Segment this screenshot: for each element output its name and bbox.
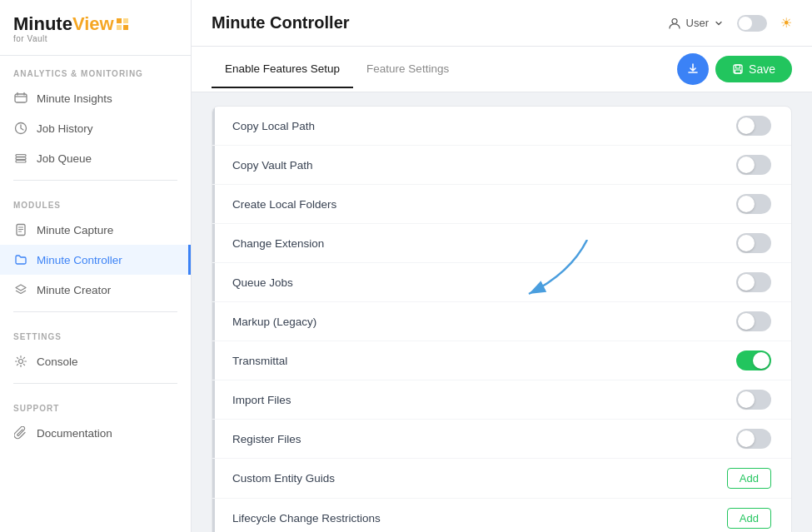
row-border (212, 420, 215, 458)
svg-rect-0 (15, 94, 27, 102)
toggle-change-extension[interactable] (736, 233, 771, 253)
feature-label: Markup (Legacy) (232, 316, 736, 328)
clock-icon (13, 91, 28, 106)
sidebar-item-job-history[interactable]: Job History (0, 113, 191, 143)
sidebar-item-job-queue[interactable]: Job Queue (0, 143, 191, 173)
feature-row-custom-entity-guids: Custom Entity Guids Add (212, 459, 791, 499)
feature-label: Transmittal (232, 355, 736, 367)
tab-feature-settings[interactable]: Feature Settings (353, 51, 462, 88)
feature-row-import-files: Import Files (212, 380, 791, 420)
logo: MinuteView for Vault (0, 0, 191, 56)
tab-actions: Save (677, 47, 792, 92)
sidebar-item-label: Minute Controller (37, 254, 122, 266)
sidebar-item-console[interactable]: Console (0, 346, 191, 376)
feature-label: Queue Jobs (232, 276, 736, 289)
row-border (212, 499, 215, 532)
feature-label: Custom Entity Guids (232, 472, 727, 485)
svg-point-13 (672, 18, 677, 23)
sidebar-item-minute-insights[interactable]: Minute Insights (0, 83, 191, 113)
sidebar-item-label: Job History (37, 122, 93, 135)
sun-icon[interactable]: ☀ (780, 15, 792, 31)
logo-square (123, 18, 128, 23)
svg-rect-5 (16, 155, 26, 157)
add-custom-entity-button[interactable]: Add (727, 468, 771, 489)
feature-label: Copy Vault Path (232, 159, 736, 172)
feature-panel: Copy Local Path Copy Vault Path Create L… (212, 106, 792, 532)
sidebar-item-minute-capture[interactable]: Minute Capture (0, 215, 191, 245)
feature-row-change-extension: Change Extension (212, 224, 791, 263)
logo-square (123, 25, 128, 30)
sidebar-item-label: Minute Insights (37, 92, 112, 105)
toggle-create-local-folders[interactable] (736, 194, 771, 214)
section-settings: Settings (0, 319, 191, 346)
main-content: Minute Controller User ☀ Enable Features… (192, 0, 812, 532)
sidebar-item-label: Job Queue (37, 152, 92, 165)
user-menu[interactable]: User (668, 17, 724, 30)
row-border (212, 459, 215, 498)
row-border (212, 146, 215, 184)
sidebar-item-label: Console (37, 355, 78, 368)
sidebar: MinuteView for Vault Analytics & Monitor… (0, 0, 192, 532)
svg-rect-6 (16, 157, 26, 160)
toggle-register-files[interactable] (736, 429, 771, 449)
save-icon (732, 63, 744, 75)
feature-row-create-local-folders: Create Local Folders (212, 185, 791, 224)
feature-label: Import Files (232, 394, 736, 406)
chevron-down-icon (714, 18, 724, 28)
file-icon (13, 222, 28, 237)
row-border (212, 107, 215, 145)
feature-label: Change Extension (232, 237, 736, 250)
toggle-thumb (753, 352, 770, 369)
toggle-thumb (738, 157, 755, 173)
header: Minute Controller User ☀ (192, 0, 812, 47)
nav-divider (13, 383, 177, 384)
history-icon (13, 121, 28, 136)
save-label: Save (749, 62, 775, 76)
logo-square (117, 25, 122, 30)
content-area: Copy Local Path Copy Vault Path Create L… (192, 92, 812, 532)
toggle-thumb (738, 313, 755, 330)
toggle-markup-legacy[interactable] (736, 311, 771, 331)
download-button[interactable] (677, 53, 709, 85)
sidebar-item-documentation[interactable]: Documentation (0, 418, 191, 448)
feature-row-lifecycle-change-restrictions: Lifecycle Change Restrictions Add (212, 499, 791, 532)
toggle-thumb (738, 430, 755, 447)
nav-divider (13, 311, 177, 312)
row-border (212, 263, 215, 301)
sidebar-item-minute-creator[interactable]: Minute Creator (0, 275, 191, 305)
paperclip-icon (13, 425, 28, 440)
logo-sub: for Vault (13, 34, 177, 43)
sidebar-item-minute-controller[interactable]: Minute Controller (0, 245, 191, 275)
feature-row-queue-jobs: Queue Jobs (212, 263, 791, 302)
add-lifecycle-button[interactable]: Add (727, 508, 771, 529)
toggle-import-files[interactable] (736, 390, 771, 410)
logo-square (117, 18, 122, 23)
feature-label: Lifecycle Change Restrictions (232, 512, 727, 525)
toggle-transmittal[interactable] (736, 351, 771, 370)
toggle-thumb (738, 196, 755, 212)
toggle-thumb (739, 17, 752, 30)
feature-row-copy-vault-path: Copy Vault Path (212, 146, 791, 185)
theme-toggle[interactable] (737, 15, 767, 32)
toggle-copy-local-path[interactable] (736, 116, 771, 136)
section-modules: Modules (0, 187, 191, 215)
feature-label: Register Files (232, 433, 736, 445)
sidebar-item-label: Documentation (37, 427, 112, 440)
sidebar-item-label: Minute Capture (37, 224, 113, 236)
user-label: User (686, 17, 709, 29)
tab-enable-features[interactable]: Enable Features Setup (212, 51, 353, 88)
toggle-queue-jobs[interactable] (736, 272, 771, 292)
download-icon (686, 62, 700, 76)
toggle-copy-vault-path[interactable] (736, 155, 771, 175)
feature-label: Copy Local Path (232, 120, 736, 132)
sidebar-item-label: Minute Creator (37, 284, 111, 296)
row-border (212, 185, 215, 223)
feature-row-transmittal: Transmittal (212, 341, 791, 380)
nav-divider (13, 180, 177, 181)
toggle-track[interactable] (737, 15, 767, 32)
folder-icon (13, 252, 28, 267)
save-button[interactable]: Save (715, 56, 792, 82)
gear-icon (13, 354, 28, 369)
svg-rect-16 (735, 70, 741, 73)
layers-icon (13, 282, 28, 297)
